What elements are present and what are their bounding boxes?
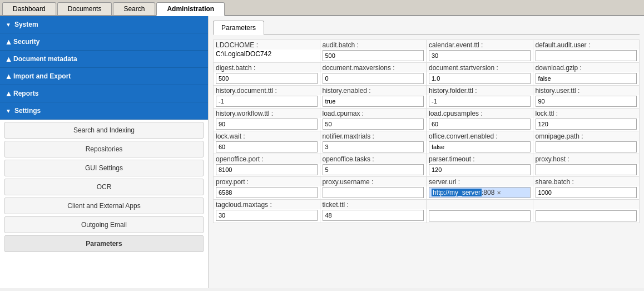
- server-url-close-icon[interactable]: ✕: [497, 190, 501, 196]
- sidebar-item-parameters[interactable]: Parameters: [4, 235, 204, 252]
- param-tab-bar: Parameters: [213, 21, 640, 35]
- param-input-calendar-event-ttl--[interactable]: [429, 50, 531, 61]
- sidebar-section-system[interactable]: ▼System: [0, 16, 208, 33]
- param-input-openoffice-tasks--[interactable]: [323, 164, 424, 175]
- param-label-office-convert-enabled--: office.convert.enabled :: [427, 131, 533, 141]
- param-input-proxy-host--[interactable]: [536, 164, 637, 175]
- param-input-proxy-username--[interactable]: [323, 187, 424, 198]
- sidebar-item-repositories[interactable]: Repositories: [4, 141, 204, 157]
- param-label-history-user-ttl--: history.user.ttl :: [533, 86, 640, 96]
- param-label-lock-wait--: lock.wait :: [214, 131, 320, 141]
- param-label-parser-timeout--: parser.timeout :: [427, 154, 533, 164]
- sidebar-section-import-and-export[interactable]: ▶Import and Export: [0, 68, 208, 85]
- param-input-history-user-ttl--[interactable]: [536, 96, 637, 107]
- param-input-tagcloud-maxtags--[interactable]: [216, 210, 318, 221]
- param-value-cell-parser-timeout--: [427, 164, 533, 177]
- param-input-history-enabled--[interactable]: [323, 96, 424, 107]
- param-label-history-workflow-ttl--: history.workflow.ttl :: [214, 108, 320, 119]
- param-input-empty[interactable]: [536, 210, 637, 221]
- param-label-download-gzip--: download.gzip :: [533, 63, 640, 73]
- server-url-highlight: http://my_server: [432, 189, 482, 196]
- sidebar-section-settings[interactable]: ▼Settings: [0, 102, 208, 120]
- param-label-openoffice-port--: openoffice.port :: [214, 154, 320, 164]
- sidebar-item-gui-settings[interactable]: GUI Settings: [4, 160, 204, 176]
- param-input-load-cpusamples--[interactable]: [429, 119, 531, 130]
- section-arrow: ▶: [5, 57, 11, 61]
- top-tab-dashboard[interactable]: Dashboard: [2, 2, 56, 15]
- param-value-cell-download-gzip--: [533, 72, 640, 86]
- param-input-default-audit-user--[interactable]: [536, 50, 637, 61]
- sidebar-item-search-and-indexing[interactable]: Search and Indexing: [4, 122, 204, 139]
- param-label-ticket-ttl--: ticket.ttl :: [320, 200, 427, 210]
- section-arrow: ▼: [6, 22, 11, 28]
- param-value-cell-openoffice-port--: [214, 164, 320, 177]
- param-value-cell-lock-ttl--: [533, 118, 640, 131]
- param-value-cell-history-user-ttl--: [533, 95, 640, 108]
- top-tab-search[interactable]: Search: [113, 2, 155, 15]
- param-input-parser-timeout--[interactable]: [429, 164, 531, 175]
- param-input-download-gzip--[interactable]: [536, 73, 637, 84]
- param-input-empty[interactable]: [429, 210, 531, 221]
- top-tab-documents[interactable]: Documents: [57, 2, 112, 15]
- param-label-notifier-maxtrials--: notifier.maxtrials :: [320, 131, 427, 141]
- section-arrow: ▶: [5, 91, 11, 96]
- param-value-cell-history-workflow-ttl--: [214, 118, 320, 131]
- sidebar-item-outgoing-email[interactable]: Outgoing Email: [4, 216, 204, 233]
- param-input-history-workflow-ttl--[interactable]: [216, 119, 318, 130]
- param-value-cell-share-batch--: [533, 186, 640, 200]
- param-label-history-enabled--: history.enabled :: [320, 86, 427, 96]
- param-label-proxy-username--: proxy.username :: [320, 177, 427, 187]
- param-input-notifier-maxtrials--[interactable]: [323, 141, 424, 152]
- param-input-office-convert-enabled--[interactable]: [429, 141, 531, 152]
- sidebar: ▼System▶Security▶Document metadata▶Impor…: [0, 16, 209, 288]
- param-value-cell-default-audit-user--: [533, 50, 640, 63]
- param-value-cell-proxy-host--: [533, 164, 640, 177]
- param-label-LDOCHOME--: LDOCHOME :: [214, 40, 320, 50]
- sidebar-item-client-and-external-apps[interactable]: Client and External Apps: [4, 198, 204, 214]
- param-value-cell-ticket-ttl--: [320, 209, 427, 223]
- param-label-proxy-port--: proxy.port :: [214, 177, 320, 187]
- param-input-digest-batch--[interactable]: [216, 73, 318, 84]
- param-input-history-folder-ttl--[interactable]: [429, 96, 531, 107]
- param-value-cell-calendar-event-ttl--: [427, 50, 533, 63]
- param-input-audit-batch--[interactable]: [323, 50, 424, 61]
- param-label-digest-batch--: digest.batch :: [214, 63, 320, 73]
- param-label-default-audit-user--: default.audit.user :: [533, 40, 640, 50]
- param-input-lock-wait--[interactable]: [216, 141, 318, 152]
- top-tab-bar: DashboardDocumentsSearchAdministration: [0, 0, 644, 16]
- sidebar-section-security[interactable]: ▶Security: [0, 33, 208, 51]
- param-value-cell-proxy-username--: [320, 186, 427, 200]
- param-label-tagcloud-maxtags--: tagcloud.maxtags :: [214, 200, 320, 210]
- param-value-cell-office-convert-enabled--: [427, 141, 533, 154]
- param-input-lock-ttl--[interactable]: [536, 119, 637, 130]
- param-label-share-batch--: share.batch :: [533, 177, 640, 187]
- param-label-proxy-host--: proxy.host :: [533, 154, 640, 164]
- param-input-openoffice-port--[interactable]: [216, 164, 318, 175]
- param-value-cell-LDOCHOME--: C:\LogicalDOC742: [214, 50, 320, 63]
- param-input-document-startversion--[interactable]: [429, 73, 531, 84]
- section-arrow: ▶: [5, 74, 11, 78]
- param-input-ticket-ttl--[interactable]: [323, 210, 424, 221]
- param-tab-parameters[interactable]: Parameters: [213, 21, 264, 35]
- sidebar-section-document-metadata[interactable]: ▶Document metadata: [0, 51, 208, 68]
- param-input-document-maxversions--[interactable]: [323, 73, 424, 84]
- param-label-history-folder-ttl--: history.folder.ttl :: [427, 86, 533, 96]
- param-input-proxy-port--[interactable]: [216, 187, 318, 198]
- param-input-omnipage-path--[interactable]: [536, 141, 637, 152]
- param-value-cell-server-url--: http://my_server:808✕: [427, 186, 533, 200]
- param-value-cell-history-document-ttl--: [214, 95, 320, 108]
- sidebar-item-ocr[interactable]: OCR: [4, 179, 204, 195]
- param-value-cell-tagcloud-maxtags--: [214, 209, 320, 223]
- param-value-cell-audit-batch--: [320, 50, 427, 63]
- param-value-cell-digest-batch--: [214, 72, 320, 86]
- params-table: LDOCHOME :audit.batch :calendar.event.tt…: [213, 40, 640, 223]
- param-value-cell-history-enabled--: [320, 95, 427, 108]
- param-input-history-document-ttl--[interactable]: [216, 96, 318, 107]
- content-area: Parameters LDOCHOME :audit.batch :calend…: [209, 16, 644, 288]
- param-input-load-cpumax--[interactable]: [323, 119, 424, 130]
- param-input-share-batch--[interactable]: [536, 187, 637, 198]
- top-tab-administration[interactable]: Administration: [156, 2, 225, 16]
- param-label-server-url--: server.url :: [427, 177, 533, 187]
- sidebar-section-reports[interactable]: ▶Reports: [0, 85, 208, 102]
- section-arrow: ▼: [6, 108, 11, 114]
